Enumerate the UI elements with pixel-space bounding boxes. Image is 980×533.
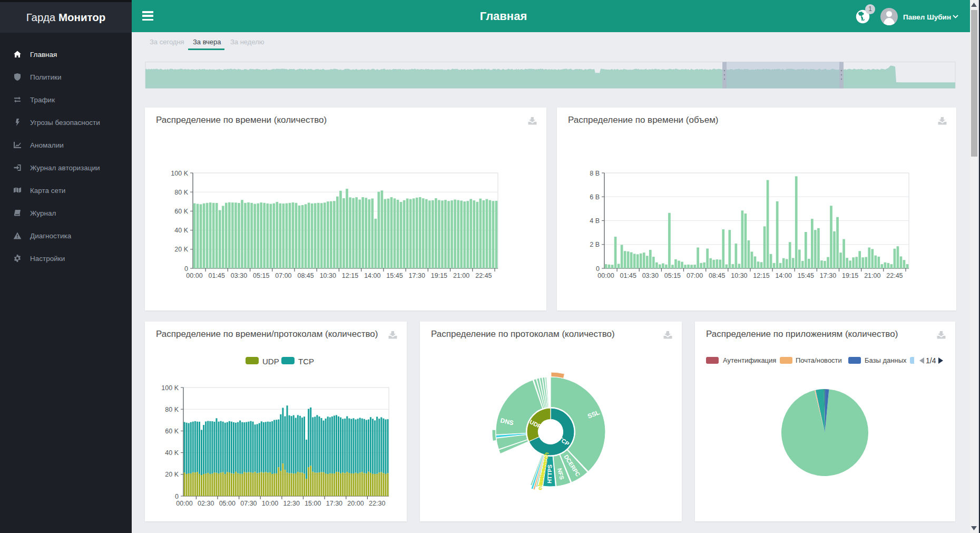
- svg-text:80 K: 80 K: [165, 406, 179, 413]
- svg-text:22:45: 22:45: [886, 272, 903, 279]
- svg-text:20 K: 20 K: [174, 246, 188, 253]
- svg-text:0: 0: [184, 265, 188, 273]
- svg-text:2 B: 2 B: [590, 241, 600, 248]
- svg-text:20:00: 20:00: [347, 500, 364, 507]
- svg-text:01:45: 01:45: [620, 272, 636, 279]
- svg-text:05:00: 05:00: [219, 500, 236, 507]
- svg-text:40 K: 40 K: [174, 227, 188, 234]
- svg-text:17:30: 17:30: [820, 272, 836, 279]
- svg-text:60 K: 60 K: [165, 428, 179, 435]
- svg-text:14:00: 14:00: [364, 272, 380, 279]
- svg-text:6 B: 6 B: [590, 193, 600, 201]
- svg-text:02:30: 02:30: [198, 500, 214, 507]
- svg-text:17:30: 17:30: [326, 500, 342, 507]
- svg-text:03:30: 03:30: [642, 272, 659, 279]
- svg-text:21:00: 21:00: [453, 272, 469, 279]
- svg-text:08:45: 08:45: [297, 272, 313, 279]
- svg-text:10:30: 10:30: [731, 272, 747, 279]
- svg-text:20 K: 20 K: [165, 471, 179, 478]
- svg-text:12:30: 12:30: [283, 500, 300, 507]
- svg-text:0: 0: [596, 265, 600, 273]
- svg-text:22:30: 22:30: [369, 500, 385, 507]
- svg-text:19:15: 19:15: [842, 272, 858, 279]
- svg-text:00:00: 00:00: [597, 272, 614, 279]
- svg-text:HTTPS: HTTPS: [546, 464, 553, 483]
- svg-text:07:00: 07:00: [275, 272, 291, 279]
- svg-text:15:00: 15:00: [305, 500, 321, 507]
- svg-text:17:30: 17:30: [409, 272, 425, 279]
- svg-text:10:00: 10:00: [262, 500, 278, 507]
- svg-text:15:45: 15:45: [386, 272, 403, 279]
- svg-text:40 K: 40 K: [165, 449, 179, 457]
- svg-text:22:45: 22:45: [475, 272, 492, 279]
- svg-text:80 K: 80 K: [174, 189, 188, 196]
- svg-text:14:00: 14:00: [776, 272, 792, 279]
- svg-text:12:15: 12:15: [753, 272, 769, 279]
- svg-text:100 K: 100 K: [161, 384, 179, 392]
- svg-text:0: 0: [175, 493, 179, 500]
- svg-text:08:45: 08:45: [709, 272, 725, 279]
- svg-text:8 B: 8 B: [590, 170, 600, 177]
- svg-text:12:15: 12:15: [342, 272, 358, 279]
- svg-text:00:00: 00:00: [186, 272, 202, 279]
- svg-text:03:30: 03:30: [231, 272, 247, 279]
- svg-text:60 K: 60 K: [174, 208, 188, 215]
- svg-text:100 K: 100 K: [171, 170, 188, 177]
- svg-text:15:45: 15:45: [798, 272, 814, 279]
- svg-text:10:30: 10:30: [320, 272, 336, 279]
- svg-text:05:15: 05:15: [253, 272, 269, 279]
- svg-text:19:15: 19:15: [431, 272, 447, 279]
- svg-text:00:00: 00:00: [176, 500, 192, 507]
- svg-text:21:00: 21:00: [864, 272, 880, 279]
- svg-text:01:45: 01:45: [209, 272, 225, 279]
- svg-text:4 B: 4 B: [590, 217, 600, 225]
- svg-text:07:30: 07:30: [240, 500, 257, 507]
- svg-text:07:00: 07:00: [687, 272, 703, 279]
- svg-text:05:15: 05:15: [664, 272, 681, 279]
